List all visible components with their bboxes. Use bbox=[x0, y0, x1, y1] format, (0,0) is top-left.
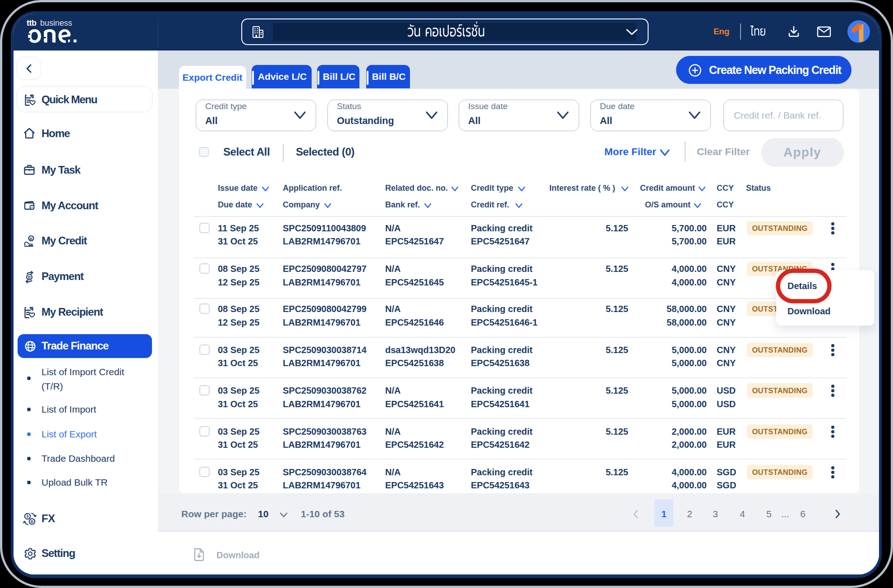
svg-text:B: B bbox=[30, 237, 32, 241]
svg-text:$: $ bbox=[26, 514, 28, 519]
svg-text:B: B bbox=[31, 519, 34, 524]
svg-text:B: B bbox=[28, 275, 31, 280]
